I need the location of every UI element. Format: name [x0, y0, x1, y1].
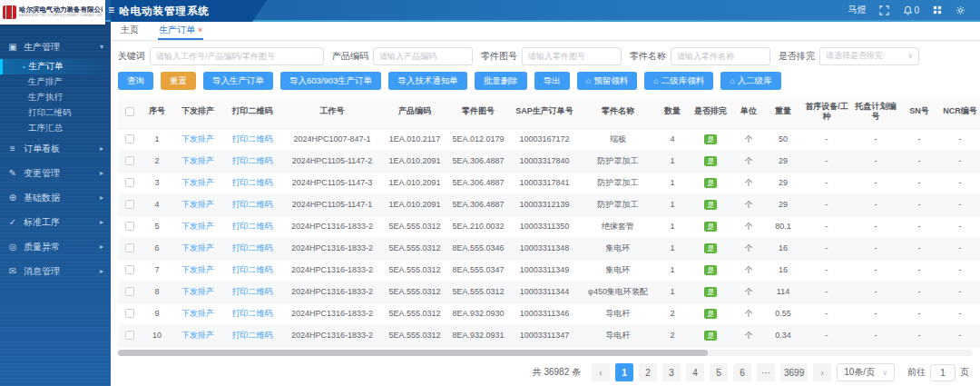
cell-pallet_plan: - [851, 302, 900, 324]
chevron-right-icon: ▸ [100, 267, 103, 275]
user-name[interactable]: 马煜 [848, 4, 866, 16]
base-data-icon: ⊕ [7, 193, 18, 203]
row-checkbox[interactable] [125, 200, 134, 209]
dispatch-link[interactable]: 下发排产 [181, 156, 214, 165]
cell-first_device: - [802, 150, 851, 172]
cell-dispatch: 下发排产 [172, 281, 223, 302]
print-link[interactable]: 打印二维码 [232, 287, 273, 296]
row-checkbox[interactable] [125, 287, 134, 296]
sidebar-subitem-生产排产[interactable]: 生产排产 [0, 74, 111, 90]
导入生产订单-button[interactable]: 导入生产订单 [203, 72, 273, 90]
print-link[interactable]: 打印二维码 [232, 331, 273, 340]
print-link[interactable]: 打印二维码 [232, 309, 273, 318]
cell-weight: 16 [764, 259, 802, 281]
part-no-input[interactable] [522, 47, 622, 65]
tab-生产订单[interactable]: 生产订单× [158, 24, 203, 40]
dispatch-link[interactable]: 下发排产 [181, 178, 214, 187]
cell-index: 10 [142, 324, 172, 346]
print-link[interactable]: 打印二维码 [232, 134, 273, 144]
cell-index: 2 [142, 150, 172, 172]
cell-work_no: 2024HPC1105-1147-1 [281, 193, 383, 215]
page-button-3[interactable]: 3 [662, 363, 681, 381]
page-size-select[interactable]: 10条/页 ∨ [837, 363, 895, 381]
print-link[interactable]: 打印二维码 [232, 222, 273, 231]
cell-scheduled: 是 [688, 302, 733, 324]
fullscreen-icon[interactable] [879, 5, 889, 15]
row-checkbox[interactable] [125, 309, 134, 318]
重置-button[interactable]: 重置 [161, 72, 196, 90]
sidebar-item-标准工序[interactable]: ✓标准工序▸ [0, 210, 111, 234]
page-button-6[interactable]: 6 [733, 363, 751, 381]
cell-first_device: - [802, 172, 851, 193]
apps-grid-icon[interactable] [933, 5, 942, 15]
二级库领料-button[interactable]: ⌂二级库领料 [644, 72, 713, 90]
part-name-input[interactable] [671, 47, 770, 65]
row-checkbox[interactable] [125, 134, 134, 144]
page-button-2[interactable]: 2 [639, 363, 657, 381]
cell-part_no: 5EA.306.4887 [446, 150, 510, 172]
dispatch-link[interactable]: 下发排产 [181, 309, 214, 318]
cell-dispatch: 下发排产 [172, 259, 223, 281]
page-button-5[interactable]: 5 [710, 363, 728, 381]
sidebar-subitem-生产订单[interactable]: •生产订单 [0, 59, 111, 74]
page-button-4[interactable]: 4 [686, 363, 704, 381]
sidebar-item-质量异常[interactable]: ◎质量异常▸ [0, 234, 111, 259]
导入603/903生产订单-button[interactable]: 导入603/903生产订单 [280, 72, 381, 90]
row-checkbox[interactable] [125, 265, 134, 274]
scheduled-select[interactable]: 请选择是否排完 ∨ [819, 47, 919, 65]
page-button-3699[interactable]: 3699 [780, 363, 808, 381]
dispatch-link[interactable]: 下发排产 [181, 134, 214, 144]
dispatch-link[interactable]: 下发排产 [181, 331, 214, 340]
查询-button[interactable]: 查询 [118, 72, 153, 90]
row-checkbox[interactable] [125, 222, 134, 231]
page-button-1[interactable]: 1 [615, 363, 633, 381]
print-link[interactable]: 打印二维码 [232, 265, 273, 274]
tab-label: 主页 [121, 25, 139, 35]
dispatch-link[interactable]: 下发排产 [181, 222, 214, 231]
sidebar-item-变更管理[interactable]: ✎变更管理▸ [0, 161, 111, 185]
cell-part_no: 8EA.932.0930 [446, 302, 510, 324]
cell-sap_no: 10003311349 [510, 259, 579, 281]
tab-主页[interactable]: 主页 [120, 24, 140, 40]
导出-button[interactable]: 导出 [534, 72, 570, 90]
cell-part_name: 防护罩加工 [579, 150, 657, 172]
dispatch-link[interactable]: 下发排产 [181, 200, 214, 209]
print-link[interactable]: 打印二维码 [232, 200, 273, 209]
dispatch-link[interactable]: 下发排产 [181, 243, 214, 252]
product-code-input[interactable] [373, 47, 473, 65]
sidebar-item-订单看板[interactable]: ≡订单看板▸ [0, 136, 111, 161]
keyword-input[interactable] [150, 47, 324, 65]
print-link[interactable]: 打印二维码 [232, 243, 273, 252]
row-checkbox[interactable] [125, 156, 134, 165]
notification-bell-icon[interactable]: 0 [903, 5, 919, 15]
入二级库-button[interactable]: ⌂入二级库 [720, 72, 780, 90]
sidebar-item-基础数据[interactable]: ⊕基础数据▸ [0, 185, 111, 210]
notification-count: 0 [914, 5, 919, 15]
print-link[interactable]: 打印二维码 [232, 156, 273, 165]
sidebar-collapse-icon[interactable]: ≡ [108, 4, 114, 16]
dispatch-link[interactable]: 下发排产 [181, 265, 214, 274]
cell-pallet_plan: - [851, 193, 900, 215]
select-all-checkbox[interactable] [125, 107, 134, 116]
top-header: 哈尔滨电气动力装备有限公司 HARBIN ELECTRIC POWER EQUI… [0, 0, 980, 22]
tab-close-icon[interactable]: × [198, 25, 202, 35]
sidebar-item-消息管理[interactable]: ✉消息管理▸ [0, 259, 111, 283]
settings-gear-icon[interactable] [956, 5, 965, 15]
next-page-icon[interactable]: › [813, 363, 831, 381]
print-link[interactable]: 打印二维码 [232, 178, 273, 187]
导入技术通知单-button[interactable]: 导入技术通知单 [388, 72, 467, 90]
row-checkbox[interactable] [125, 178, 134, 187]
sidebar-item-生产管理[interactable]: ▣生产管理▾ [0, 35, 111, 59]
prev-page-icon[interactable]: ‹ [592, 363, 610, 381]
row-checkbox[interactable] [125, 243, 134, 252]
sidebar-subitem-生产执行[interactable]: 生产执行 [0, 90, 111, 105]
sidebar-subitem-工序汇总[interactable]: 工序汇总 [0, 121, 111, 136]
goto-page-input[interactable] [930, 364, 956, 381]
row-checkbox[interactable] [125, 331, 134, 340]
dispatch-link[interactable]: 下发排产 [181, 287, 214, 296]
批量删除-button[interactable]: 批量删除 [475, 72, 527, 90]
scrollbar-thumb[interactable] [118, 350, 708, 356]
sidebar-subitem-打印二维码[interactable]: 打印二维码 [0, 105, 111, 121]
预留领料-button[interactable]: ⌂预留领料 [577, 72, 637, 90]
more-pages-icon[interactable]: ··· [757, 363, 775, 381]
